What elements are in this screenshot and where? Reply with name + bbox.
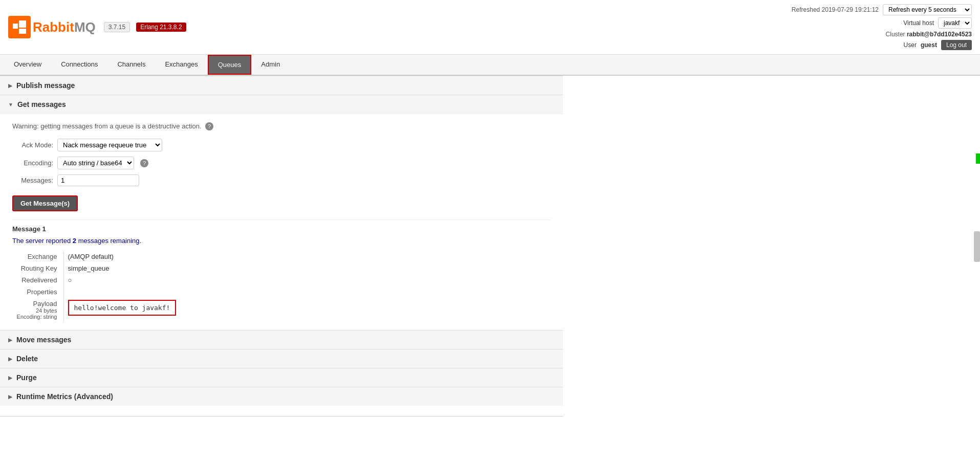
logo-area: RabbitMQ 3.7.15 Erlang 21.3.8.2 — [8, 16, 186, 38]
scroll-position-indicator — [976, 153, 980, 164]
delete-section-header[interactable]: Delete — [0, 349, 563, 368]
page-header: RabbitMQ 3.7.15 Erlang 21.3.8.2 Refreshe… — [0, 0, 980, 55]
payload-size: 24 bytes — [16, 307, 57, 314]
runtime-arrow — [8, 394, 12, 400]
encoding-row: Encoding: Auto string / base64 base64 ? — [12, 157, 551, 169]
logo-icon — [8, 16, 31, 38]
redelivered-label: Redelivered — [12, 274, 63, 286]
payload-encoding: Encoding: string — [16, 314, 57, 320]
svg-rect-2 — [19, 29, 26, 34]
table-row: Properties — [12, 286, 180, 298]
encoding-help-icon[interactable]: ? — [140, 159, 148, 167]
nav-connections[interactable]: Connections — [51, 55, 107, 75]
cluster-name: rabbit@b7dd102e4523 — [907, 31, 972, 38]
refresh-row: Refreshed 2019-07-29 19:21:12 Refresh ev… — [792, 4, 972, 15]
publish-arrow — [8, 83, 12, 89]
move-messages-header[interactable]: Move messages — [0, 330, 563, 349]
move-arrow — [8, 337, 12, 343]
message-details-table: Exchange (AMQP default) Routing Key simp… — [12, 251, 180, 322]
erlang-badge: Erlang 21.3.8.2 — [136, 23, 186, 32]
user-row: User guest Log out — [904, 40, 972, 50]
page-footer-divider — [0, 416, 563, 416]
cluster-label: Cluster — [886, 31, 905, 38]
get-messages-body: Warning: getting messages from a queue i… — [0, 114, 563, 330]
routing-key-label: Routing Key — [12, 262, 63, 274]
purge-section-header[interactable]: Purge — [0, 368, 563, 387]
message-title: Message 1 — [12, 225, 551, 233]
ack-mode-row: Ack Mode: Nack message requeue true Ack … — [12, 139, 551, 151]
message-result: Message 1 The server reported 2 messages… — [12, 219, 551, 322]
nav-bar: Overview Connections Channels Exchanges … — [0, 55, 980, 76]
nav-queues[interactable]: Queues — [208, 55, 252, 75]
messages-label: Messages: — [12, 177, 53, 184]
exchange-label: Exchange — [12, 251, 63, 262]
top-right: Refreshed 2019-07-29 19:21:12 Refresh ev… — [792, 4, 972, 50]
main-content: Publish message Get messages Warning: ge… — [0, 76, 563, 416]
version-info: 3.7.15 Erlang 21.3.8.2 — [104, 22, 186, 32]
table-row: Exchange (AMQP default) — [12, 251, 180, 262]
delete-arrow — [8, 356, 12, 362]
delete-label: Delete — [16, 355, 38, 363]
vhost-label: Virtual host — [903, 19, 934, 27]
logo-text: RabbitMQ — [33, 19, 96, 35]
get-messages-button[interactable]: Get Message(s) — [12, 195, 78, 211]
routing-key-value: simple_queue — [63, 262, 180, 274]
server-info: The server reported 2 messages remaining… — [12, 237, 551, 245]
move-label: Move messages — [16, 336, 71, 344]
warning-text: Warning: getting messages from a queue i… — [12, 122, 551, 130]
encoding-select[interactable]: Auto string / base64 base64 — [57, 157, 134, 169]
nav-overview[interactable]: Overview — [4, 55, 51, 75]
publish-section-label: Publish message — [16, 81, 75, 90]
properties-value — [63, 286, 180, 298]
encoding-label: Encoding: — [12, 159, 53, 167]
table-row: Routing Key simple_queue — [12, 262, 180, 274]
exchange-value: (AMQP default) — [63, 251, 180, 262]
properties-label: Properties — [12, 286, 63, 298]
logo: RabbitMQ — [8, 16, 96, 38]
svg-rect-1 — [19, 20, 26, 28]
nav-exchanges[interactable]: Exchanges — [155, 55, 207, 75]
nav-channels[interactable]: Channels — [107, 55, 155, 75]
version-badge: 3.7.15 — [104, 22, 130, 32]
vhost-row: Virtual host javakf — [903, 17, 972, 29]
purge-label: Purge — [16, 373, 37, 382]
payload-content: hello!welcome to javakf! — [68, 300, 177, 316]
get-messages-section: Get messages Warning: getting messages f… — [0, 95, 563, 330]
purge-arrow — [8, 375, 12, 381]
refreshed-text: Refreshed 2019-07-29 19:21:12 — [792, 6, 879, 13]
nav-admin[interactable]: Admin — [251, 55, 290, 75]
cluster-row: Cluster rabbit@b7dd102e4523 — [886, 31, 972, 38]
refresh-select[interactable]: Refresh every 5 seconds Refresh every 10… — [883, 4, 972, 15]
user-label: User — [904, 41, 917, 49]
messages-input[interactable] — [57, 174, 139, 186]
payload-row: Payload 24 bytes Encoding: string hello!… — [12, 298, 180, 322]
user-name: guest — [921, 41, 937, 49]
ack-mode-select[interactable]: Nack message requeue true Ack message re… — [57, 139, 162, 151]
payload-label: Payload — [16, 300, 57, 307]
help-icon[interactable]: ? — [205, 122, 213, 130]
scrollbar[interactable] — [974, 231, 980, 262]
table-row: Redelivered ○ — [12, 274, 180, 286]
get-messages-header[interactable]: Get messages — [0, 95, 563, 114]
get-messages-arrow — [8, 102, 13, 107]
svg-rect-0 — [13, 24, 18, 29]
vhost-select[interactable]: javakf — [938, 17, 972, 29]
redelivered-value: ○ — [63, 274, 180, 286]
runtime-label: Runtime Metrics (Advanced) — [16, 392, 113, 401]
messages-row: Messages: — [12, 174, 551, 186]
logout-button[interactable]: Log out — [941, 40, 972, 50]
publish-section-header[interactable]: Publish message — [0, 76, 563, 95]
get-messages-label: Get messages — [17, 100, 66, 108]
ack-mode-label: Ack Mode: — [12, 141, 53, 149]
runtime-section-header[interactable]: Runtime Metrics (Advanced) — [0, 387, 563, 406]
